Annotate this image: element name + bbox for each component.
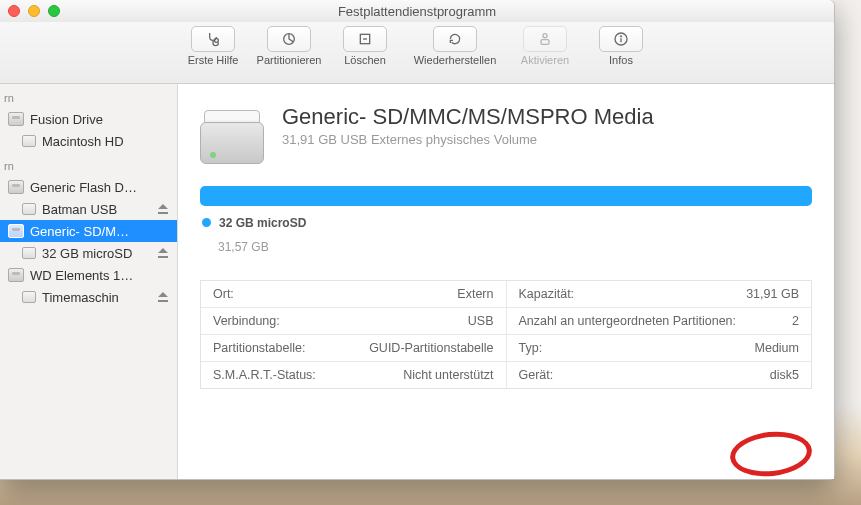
detail-title-block: Generic- SD/MMC/MS/MSPRO Media 31,91 GB …	[282, 104, 654, 147]
table-row: S.M.A.R.T.-Status:Nicht unterstützt Gerä…	[201, 361, 811, 388]
legend-dot-icon	[202, 218, 211, 227]
restore-icon	[447, 31, 463, 47]
sidebar-heading: rn	[0, 90, 177, 108]
toolbar-label: Aktivieren	[521, 54, 569, 66]
volume-icon	[22, 291, 36, 303]
table-row: Ort:Extern Kapazität:31,91 GB	[201, 281, 811, 307]
sidebar-item-generic-flash[interactable]: Generic Flash D…	[0, 176, 177, 198]
eject-icon[interactable]	[157, 203, 169, 215]
close-icon[interactable]	[8, 5, 20, 17]
sidebar-item-macintosh-hd[interactable]: Macintosh HD	[0, 130, 177, 152]
sidebar-item-label: Generic- SD/M…	[30, 224, 177, 239]
toolbar-label: Löschen	[344, 54, 386, 66]
info-cell-connection: Verbindung:USB	[201, 308, 506, 334]
info-button[interactable]: Infos	[583, 26, 659, 66]
sidebar-item-batman-usb[interactable]: Batman USB	[0, 198, 177, 220]
toolbar-label: Infos	[609, 54, 633, 66]
body: rn Fusion Drive Macintosh HD rn Generic …	[0, 84, 834, 479]
detail-header: Generic- SD/MMC/MS/MSPRO Media 31,91 GB …	[178, 84, 834, 178]
info-cell-type: Typ:Medium	[506, 335, 812, 361]
window-controls	[8, 5, 60, 17]
sidebar-item-wd-elements[interactable]: WD Elements 1…	[0, 264, 177, 286]
disk-icon	[8, 268, 24, 282]
sidebar-item-timemaschin[interactable]: Timemaschin	[0, 286, 177, 308]
detail-subtitle: 31,91 GB USB Externes physisches Volume	[282, 132, 654, 147]
disk-utility-window: Festplattendienstprogramm Erste Hilfe Pa…	[0, 0, 835, 480]
info-cell-childcount: Anzahl an untergeordneten Partitionen:2	[506, 308, 812, 334]
info-cell-device: Gerät:disk5	[506, 362, 812, 388]
info-cell-smart: S.M.A.R.T.-Status:Nicht unterstützt	[201, 362, 506, 388]
mount-button: Aktivieren	[507, 26, 583, 66]
toolbar-items: Erste Hilfe Partitionieren Löschen Wiede…	[175, 26, 659, 66]
info-icon	[613, 31, 629, 47]
sidebar-item-label: Fusion Drive	[30, 112, 177, 127]
sidebar-heading: rn	[0, 158, 177, 176]
svg-point-3	[543, 34, 547, 38]
window-title: Festplattendienstprogramm	[338, 4, 496, 19]
svg-rect-4	[541, 40, 549, 45]
info-table: Ort:Extern Kapazität:31,91 GB Verbindung…	[200, 280, 812, 389]
sidebar-item-label: Macintosh HD	[42, 134, 177, 149]
legend-name: 32 GB microSD	[219, 216, 306, 230]
svg-point-6	[620, 36, 622, 38]
disk-large-icon	[200, 104, 264, 164]
eject-icon[interactable]	[157, 291, 169, 303]
volume-icon	[22, 203, 36, 215]
sidebar-item-label: WD Elements 1…	[30, 268, 177, 283]
titlebar: Festplattendienstprogramm	[0, 0, 834, 22]
mount-icon	[537, 31, 553, 47]
info-cell-capacity: Kapazität:31,91 GB	[506, 281, 812, 307]
detail-pane: Generic- SD/MMC/MS/MSPRO Media 31,91 GB …	[178, 84, 834, 479]
legend-size: 31,57 GB	[218, 240, 812, 254]
sidebar: rn Fusion Drive Macintosh HD rn Generic …	[0, 84, 178, 479]
stethoscope-icon	[205, 31, 221, 47]
volume-icon	[22, 247, 36, 259]
toolbar: Erste Hilfe Partitionieren Löschen Wiede…	[0, 22, 834, 84]
info-cell-partition-map: Partitionstabelle:GUID-Partitionstabelle	[201, 335, 506, 361]
usage-legend: 32 GB microSD	[200, 206, 812, 240]
detail-title: Generic- SD/MMC/MS/MSPRO Media	[282, 104, 654, 130]
table-row: Partitionstabelle:GUID-Partitionstabelle…	[201, 334, 811, 361]
usage-bar	[200, 186, 812, 206]
sidebar-item-generic-sd[interactable]: Generic- SD/M…	[0, 220, 177, 242]
disk-icon	[8, 224, 24, 238]
minimize-icon[interactable]	[28, 5, 40, 17]
disk-icon	[8, 180, 24, 194]
toolbar-label: Erste Hilfe	[188, 54, 239, 66]
volume-icon	[22, 135, 36, 147]
restore-button[interactable]: Wiederherstellen	[403, 26, 507, 66]
sidebar-item-fusion-drive[interactable]: Fusion Drive	[0, 108, 177, 130]
toolbar-label: Wiederherstellen	[414, 54, 497, 66]
toolbar-label: Partitionieren	[257, 54, 322, 66]
info-cell-location: Ort:Extern	[201, 281, 506, 307]
erase-icon	[357, 31, 373, 47]
disk-icon	[8, 112, 24, 126]
sidebar-item-label: Generic Flash D…	[30, 180, 177, 195]
first-aid-button[interactable]: Erste Hilfe	[175, 26, 251, 66]
zoom-icon[interactable]	[48, 5, 60, 17]
partition-button[interactable]: Partitionieren	[251, 26, 327, 66]
table-row: Verbindung:USB Anzahl an untergeordneten…	[201, 307, 811, 334]
sidebar-item-32gb-microsd[interactable]: 32 GB microSD	[0, 242, 177, 264]
usage-section: 32 GB microSD 31,57 GB	[178, 178, 834, 258]
erase-button[interactable]: Löschen	[327, 26, 403, 66]
pie-icon	[281, 31, 297, 47]
eject-icon[interactable]	[157, 247, 169, 259]
